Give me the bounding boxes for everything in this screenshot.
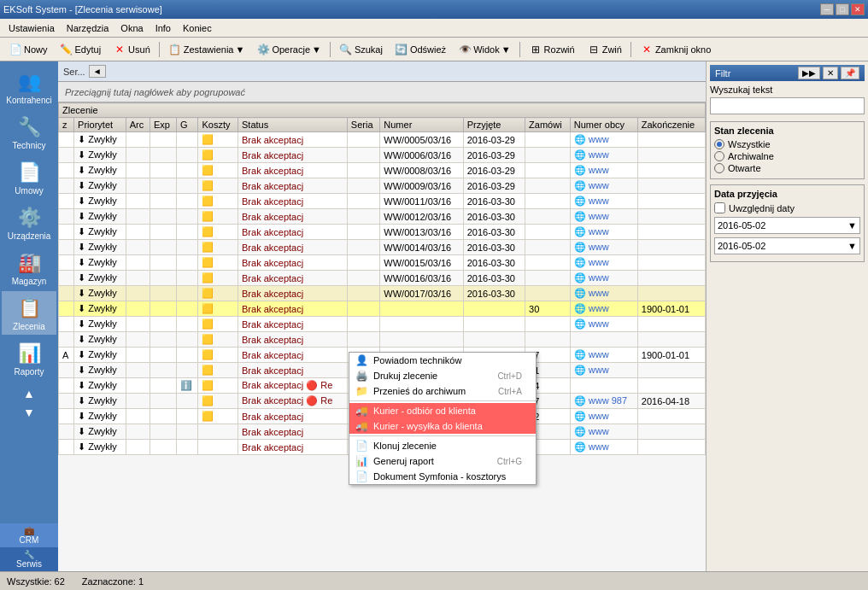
ctx-powiadom[interactable]: 👤 Powiadom techników [349, 353, 536, 368]
table-row[interactable]: ⬇ Zwykły🟨Brak akceptacjWW/0015/03/162016… [59, 255, 706, 271]
filter-state-open[interactable]: Otwarte [714, 163, 860, 173]
col-priorytet[interactable]: Priorytet [74, 118, 126, 132]
col-zakonczenie[interactable]: Zakończenie [637, 118, 705, 132]
table-row[interactable]: ⬇ Zwykły🟨Brak akceptacj [59, 332, 706, 348]
col-koszty[interactable]: Koszty [198, 118, 238, 132]
table-row[interactable]: ⬇ Zwykły🟨Brak akceptacjWW/0014/03/162016… [59, 240, 706, 255]
status-selected: Zaznaczone: 1 [82, 576, 144, 587]
ctx-przenies[interactable]: 📁 Przenieś do archiwum Ctrl+A [349, 383, 536, 399]
filter-date-from[interactable]: 2016-05-02 ▼ [714, 217, 860, 234]
search-button[interactable]: 🔍 Szukaj [334, 40, 388, 59]
new-button[interactable]: 📄 Nowy [3, 40, 53, 59]
filter-date-checkbox-row[interactable]: Uwzględnij daty [714, 202, 860, 213]
table-container[interactable]: Zlecenie z Priorytet Arc Exp G Koszty St… [58, 102, 706, 571]
table-row[interactable]: ⬇ Zwykły🟨Brak akceptacj30🌐 www1900-01-01 [59, 301, 706, 317]
menu-info[interactable]: Info [150, 21, 176, 35]
filter-state-all[interactable]: Wszystkie [714, 139, 860, 149]
table-row[interactable]: ⬇ Zwykły🟨Brak akceptacjWW/0006/03/162016… [59, 148, 706, 163]
sidebar-label-crm: CRM [20, 535, 39, 545]
col-seria[interactable]: Seria [347, 118, 379, 132]
filter-date-to[interactable]: 2016-05-02 ▼ [714, 237, 860, 254]
expand-button[interactable]: ⊞ Rozwiń [524, 40, 580, 59]
sidebar-nav-down[interactable]: ▼ [2, 404, 56, 421]
col-numer[interactable]: Numer [380, 118, 463, 132]
collapse-button[interactable]: ⊟ Zwiń [582, 40, 627, 59]
sidebar-label-umowy: Umowy [15, 186, 43, 196]
table-row[interactable]: ⬇ Zwykły🟨Brak akceptacjWW/0005/03/162016… [59, 132, 706, 148]
filter-state-archive[interactable]: Archiwalne [714, 151, 860, 161]
zestawienia-dropdown-icon: ▼ [235, 44, 244, 55]
col-zamow[interactable]: Zamówi [525, 118, 571, 132]
operacje-icon: ⚙️ [256, 43, 270, 56]
filter-title: Filtr [715, 68, 730, 79]
edit-button[interactable]: ✏️ Edytuj [55, 40, 107, 59]
delete-button[interactable]: ✕ Usuń [108, 40, 155, 59]
close-window-button[interactable]: ✕ Zamknij okno [635, 40, 716, 59]
sidebar-nav-up[interactable]: ▲ [2, 385, 56, 402]
sidebar-label-magazyn: Magazyn [12, 277, 47, 286]
ctx-generuj[interactable]: 📊 Generuj raport Ctrl+G [349, 453, 536, 469]
col-przyjete[interactable]: Przyjęte [463, 118, 525, 132]
radio-archive-label: Archiwalne [728, 151, 774, 161]
ctx-symfonia-label: Dokument Symfonia - kosztorys [373, 471, 506, 482]
table-row[interactable]: ⬇ Zwykły🟨Brak akceptacjWW/0016/03/162016… [59, 271, 706, 286]
raporty-icon: 📊 [15, 340, 43, 367]
ctx-kurier-wysylka-label: Kurier - wysyłka do klienta [373, 421, 483, 431]
operacje-button[interactable]: ⚙️ Operacje ▼ [251, 40, 326, 59]
filter-date-from-dropdown[interactable]: ▼ [847, 220, 857, 231]
drag-header: Przeciągnij tutaj nagłówek aby pogrupowa… [58, 82, 706, 102]
technicy-icon: 🔧 [15, 114, 43, 141]
col-g[interactable]: G [176, 118, 197, 132]
table-row[interactable]: ⬇ Zwykły🟨Brak akceptacjWW/0008/03/162016… [59, 163, 706, 178]
col-exp[interactable]: Exp [150, 118, 176, 132]
sidebar-item-raporty[interactable]: 📊 Raporty [2, 336, 56, 380]
sidebar-item-kontrahenci[interactable]: 👥 Kontrahenci [2, 65, 56, 108]
filter-search-input[interactable] [710, 97, 865, 114]
sidebar-label-raporty: Raporty [14, 367, 44, 377]
table-row[interactable]: ⬇ Zwykły🟨Brak akceptacjWW/0009/03/162016… [59, 178, 706, 194]
sidebar-item-technicy[interactable]: 🔧 Technicy [2, 110, 56, 154]
ctx-klonuj[interactable]: 📄 Klonuj zlecenie [349, 438, 536, 453]
filter-date-checkbox[interactable] [714, 202, 725, 213]
col-z[interactable]: z [59, 118, 74, 132]
ctx-symfonia[interactable]: 📄 Dokument Symfonia - kosztorys [349, 469, 536, 484]
ctx-kurier-odbior[interactable]: 🚚 Kurier - odbiór od klienta [349, 403, 536, 418]
urzadzenia-icon: ⚙️ [15, 204, 43, 231]
menu-koniec[interactable]: Koniec [178, 21, 217, 35]
refresh-button[interactable]: 🔄 Odśwież [390, 40, 451, 59]
filter-date-to-dropdown[interactable]: ▼ [847, 241, 857, 251]
table-row[interactable]: ⬇ Zwykły🟨Brak akceptacjWW/0012/03/162016… [59, 209, 706, 225]
col-numer-obcy[interactable]: Numer obcy [570, 118, 637, 132]
zestawienia-button[interactable]: 📋 Zestawienia ▼ [163, 40, 250, 59]
col-status[interactable]: Status [238, 118, 348, 132]
table-row[interactable]: ⬇ Zwykły🟨Brak akceptacjWW/0011/03/162016… [59, 194, 706, 209]
sidebar-item-urzadzenia[interactable]: ⚙️ Urządzenia [2, 201, 56, 244]
filter-date-to-value: 2016-05-02 [718, 241, 765, 251]
filter-pin-btn[interactable]: 📌 [841, 67, 859, 79]
sidebar-item-umowy[interactable]: 📄 Umowy [2, 155, 56, 199]
ctx-kurier-wysylka[interactable]: 🚚 Kurier - wysyłka do klienta [349, 418, 536, 434]
filter-state-group: Stan zlecenia Wszystkie Archiwalne Otwar… [710, 121, 865, 179]
menu-okna[interactable]: Okna [115, 21, 148, 35]
sidebar-bottom: 💼 CRM 🔧 Serwis [0, 523, 58, 571]
close-button[interactable]: ✕ [851, 3, 865, 15]
view-button[interactable]: 👁️ Widok ▼ [453, 40, 515, 59]
sidebar-item-zlecenia[interactable]: 📋 Zlecenia [2, 291, 56, 335]
sidebar-item-magazyn[interactable]: 🏭 Magazyn [2, 246, 56, 289]
table-row[interactable]: ⬇ Zwykły🟨Brak akceptacjWW/0013/03/162016… [59, 225, 706, 240]
minimize-button[interactable]: ─ [820, 3, 834, 15]
new-label: Nowy [24, 44, 48, 55]
maximize-button[interactable]: □ [836, 3, 849, 15]
sidebar-item-serwis[interactable]: 🔧 Serwis [0, 547, 58, 571]
col-arc[interactable]: Arc [126, 118, 150, 132]
panel-collapse-btn[interactable]: ◄ [89, 65, 106, 78]
filter-play-btn[interactable]: ▶▶ [798, 67, 820, 79]
table-row[interactable]: ⬇ Zwykły🟨Brak akceptacjWW/0017/03/162016… [59, 286, 706, 301]
sidebar-item-crm[interactable]: 💼 CRM [0, 523, 58, 547]
menu-ustawienia[interactable]: Ustawienia [3, 21, 60, 35]
filter-close-btn[interactable]: ✕ [823, 67, 838, 79]
menu-narzedzia[interactable]: Narzędzia [62, 21, 114, 35]
new-icon: 📄 [9, 43, 22, 56]
ctx-drukuj[interactable]: 🖨️ Drukuj zlecenie Ctrl+D [349, 368, 536, 383]
table-row[interactable]: ⬇ Zwykły🟨Brak akceptacj🌐 www [59, 317, 706, 332]
